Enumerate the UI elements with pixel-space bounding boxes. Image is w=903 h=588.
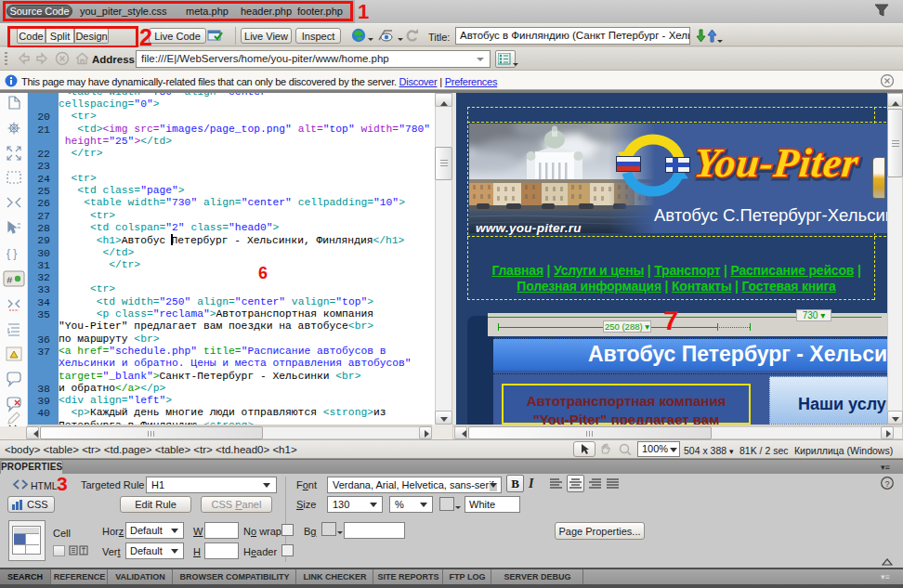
svg-text:?: ?: [885, 479, 890, 489]
svg-text:You-Piter: You-Piter: [692, 140, 861, 186]
